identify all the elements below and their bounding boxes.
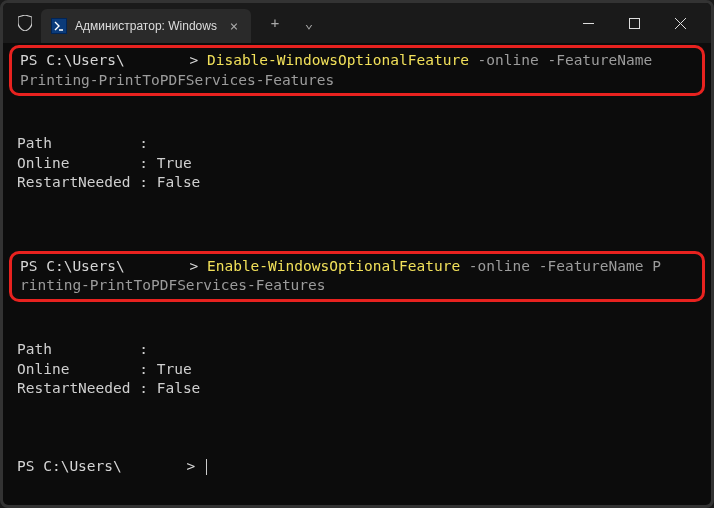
output-restart-value: False bbox=[157, 380, 201, 396]
command-args: -online -FeatureName bbox=[469, 52, 652, 68]
close-button[interactable] bbox=[657, 7, 703, 39]
tab-dropdown-button[interactable]: ⌄ bbox=[293, 7, 325, 39]
output-restart-label: RestartNeeded : bbox=[17, 380, 157, 396]
terminal-pane[interactable]: PS C:\Users\ > Disable-WindowsOptionalFe… bbox=[3, 43, 711, 505]
prompt-prefix: PS C:\Users\ bbox=[20, 52, 125, 68]
prompt-suffix: > bbox=[181, 52, 198, 68]
minimize-button[interactable] bbox=[565, 7, 611, 39]
output-path: Path : bbox=[17, 135, 148, 151]
tab-powershell[interactable]: Администратор: Windows Po × bbox=[41, 9, 251, 43]
command-feature-p1: P bbox=[652, 258, 661, 274]
output-restart-label: RestartNeeded : bbox=[17, 174, 157, 190]
command-feature: Printing-PrintToPDFServices-Features bbox=[20, 72, 334, 88]
redacted-username bbox=[125, 260, 181, 274]
highlighted-command-2: PS C:\Users\ > Enable-WindowsOptionalFea… bbox=[9, 251, 705, 302]
redacted-username bbox=[125, 54, 181, 68]
command-name: Disable-WindowsOptionalFeature bbox=[207, 52, 469, 68]
window-controls bbox=[565, 7, 703, 39]
titlebar: Администратор: Windows Po × + ⌄ bbox=[3, 3, 711, 43]
prompt-suffix: > bbox=[178, 458, 195, 474]
command-name: Enable-WindowsOptionalFeature bbox=[207, 258, 460, 274]
maximize-button[interactable] bbox=[611, 7, 657, 39]
prompt-prefix: PS C:\Users\ bbox=[20, 258, 125, 274]
output-online-label: Online : bbox=[17, 155, 157, 171]
output-block-2: Path : Online : True RestartNeeded : Fal… bbox=[3, 340, 711, 399]
prompt-prefix: PS C:\Users\ bbox=[17, 458, 122, 474]
svg-rect-2 bbox=[629, 18, 639, 28]
tab-title: Администратор: Windows Po bbox=[75, 19, 217, 33]
highlighted-command-1: PS C:\Users\ > Disable-WindowsOptionalFe… bbox=[9, 45, 705, 96]
tab-actions: + ⌄ bbox=[259, 7, 325, 39]
output-path: Path : bbox=[17, 341, 148, 357]
output-restart-value: False bbox=[157, 174, 201, 190]
uac-shield-icon bbox=[17, 15, 33, 31]
redacted-username bbox=[122, 460, 178, 474]
output-online-value: True bbox=[157, 361, 192, 377]
current-prompt: PS C:\Users\ > bbox=[3, 457, 711, 477]
powershell-icon bbox=[51, 18, 67, 34]
command-feature-p2: rinting-PrintToPDFServices-Features bbox=[20, 277, 326, 293]
new-tab-button[interactable]: + bbox=[259, 7, 291, 39]
command-args: -online -FeatureName bbox=[460, 258, 652, 274]
cursor bbox=[206, 459, 207, 475]
output-online-label: Online : bbox=[17, 361, 157, 377]
tab-close-button[interactable]: × bbox=[225, 18, 243, 34]
prompt-suffix: > bbox=[181, 258, 198, 274]
output-online-value: True bbox=[157, 155, 192, 171]
output-block-1: Path : Online : True RestartNeeded : Fal… bbox=[3, 134, 711, 193]
